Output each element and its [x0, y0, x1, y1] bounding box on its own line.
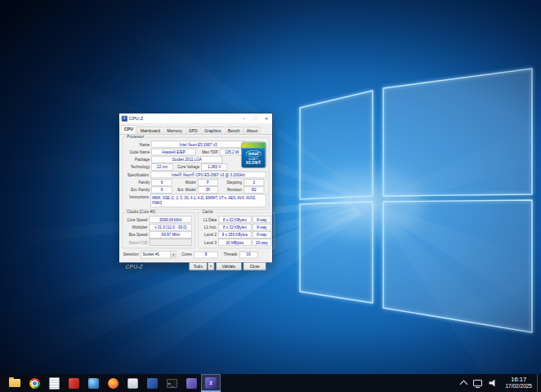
- bus-speed-label: Bus Speed: [125, 233, 149, 237]
- tray-network[interactable]: [470, 374, 485, 392]
- badge-body: intel Inside™ XEON®: [242, 148, 266, 167]
- tab-about[interactable]: About: [244, 127, 261, 134]
- blue-app-2-icon: [147, 378, 158, 389]
- clocks-group-title: Clocks (Core #0): [125, 210, 157, 214]
- core-voltage-label: Core Voltage: [173, 165, 202, 169]
- terminal-icon: >_: [167, 379, 177, 388]
- tray-volume[interactable]: [485, 374, 500, 392]
- socket-selection-dropdown[interactable]: Socket #1 ▼: [141, 251, 177, 258]
- speaker-icon: [489, 380, 497, 387]
- bus-speed-field: 99.97 MHz: [150, 231, 192, 238]
- instructions-field: MMX, SSE (1, 2, 3, 3S, 4.1, 4.2), EM64T,…: [150, 194, 266, 207]
- cpuz-window: Z CPU-Z – ☐ ✕ CPU Mainboard Memory SPD G…: [119, 114, 272, 262]
- tab-mainboard[interactable]: Mainboard: [137, 127, 163, 134]
- family-label: Family: [125, 180, 151, 185]
- badge-xeon-text: XEON®: [246, 161, 262, 165]
- ext-model-field: 3F: [198, 186, 218, 193]
- processor-group: Processor intel Inside™ XEON® Name Intel…: [123, 137, 270, 210]
- revision-field: R2: [244, 186, 264, 193]
- ext-family-field: 6: [152, 186, 172, 193]
- l2-label: Level 2: [201, 233, 219, 237]
- cpuz-icon: Z: [205, 377, 217, 389]
- tab-bar: CPU Mainboard Memory SPD Graphics Bench …: [119, 124, 272, 135]
- core-voltage-field: 1.283 V: [201, 163, 227, 170]
- taskbar-blue-app-2-button[interactable]: [142, 374, 162, 392]
- specification-field: Intel® Xeon® CPU E5-2667 v3 @ 3.20GHz: [150, 172, 266, 178]
- ext-family-label: Ext. Family: [125, 188, 151, 192]
- maximize-button: ☐: [249, 114, 261, 123]
- taskbar-firefox-button[interactable]: [103, 374, 123, 392]
- ext-model-label: Ext. Model: [172, 188, 198, 192]
- specification-label: Specification: [125, 172, 150, 176]
- code-name-field: Haswell-E/EP: [152, 149, 196, 155]
- technology-field: 22 nm: [152, 163, 173, 170]
- instructions-label: Instructions: [125, 194, 150, 199]
- max-tdp-label: Max TDP: [196, 149, 220, 154]
- cores-label: Cores: [181, 252, 194, 256]
- taskbar-chrome-button[interactable]: [25, 374, 44, 392]
- tab-spd[interactable]: SPD: [186, 127, 200, 134]
- cpu-name-field: Intel Xeon E5 2667 v3: [152, 140, 245, 147]
- cores-field: 8: [194, 252, 218, 258]
- tools-button[interactable]: Tools: [189, 262, 207, 270]
- cache-group: Cache L1 Data 8 x 32 KBytes 8-way L1 Ins…: [198, 212, 275, 248]
- windows-logo-pane-bottom-left: [300, 202, 373, 303]
- validate-button[interactable]: Validate: [216, 262, 242, 270]
- tab-cpu[interactable]: CPU: [121, 125, 136, 134]
- firefox-icon: [108, 378, 118, 389]
- code-name-label: Code Name: [125, 149, 151, 154]
- chevron-down-icon: ▼: [170, 252, 176, 258]
- l1-data-label: L1 Data: [201, 217, 219, 221]
- l1-data-way-field: 8-way: [253, 216, 271, 223]
- l3-label: Level 3: [201, 240, 219, 244]
- taskbar-terminal-button[interactable]: >_: [162, 374, 181, 392]
- title-bar[interactable]: Z CPU-Z – ☐ ✕: [119, 114, 272, 124]
- stepping-field: 2: [244, 179, 264, 185]
- notepad-icon: [49, 377, 60, 390]
- clocks-group: Clocks (Core #0) Core Speed 3099.09 MHz …: [123, 212, 195, 248]
- taskbar-cpuz-button[interactable]: Z: [201, 374, 221, 392]
- close-window-button[interactable]: Close: [244, 262, 266, 270]
- tools-dropdown-button[interactable]: ▼: [208, 262, 214, 270]
- show-desktop-button[interactable]: [537, 374, 541, 392]
- stepping-label: Stepping: [218, 180, 244, 185]
- threads-label: Threads: [223, 252, 239, 256]
- l1-data-field: 8 x 32 KBytes: [218, 216, 251, 223]
- taskbar-grey-app-button[interactable]: [123, 374, 142, 392]
- tab-bench[interactable]: Bench: [225, 127, 243, 134]
- technology-label: Technology: [125, 165, 151, 169]
- tab-memory[interactable]: Memory: [164, 127, 186, 134]
- max-tdp-field: 135.2 W: [220, 149, 244, 155]
- l1-inst-label: L1 Inst.: [201, 225, 219, 229]
- tab-graphics[interactable]: Graphics: [201, 127, 224, 134]
- taskbar-file-explorer-button[interactable]: [5, 374, 25, 392]
- l1-inst-field: 8 x 32 KBytes: [218, 224, 251, 230]
- intel-xeon-inside-badge: intel Inside™ XEON®: [241, 142, 266, 168]
- model-label: Model: [172, 180, 198, 185]
- version-text: Ver. 1.91.0.x64: [145, 265, 190, 269]
- system-tray: 16:17 17/02/2025: [458, 374, 541, 392]
- close-button[interactable]: ✕: [261, 114, 272, 123]
- cpuz-brand-logo: CPU-Z: [125, 263, 142, 270]
- minimize-button[interactable]: –: [238, 114, 249, 123]
- taskbar-clock[interactable]: 16:17 17/02/2025: [500, 376, 537, 390]
- l3-way-field: 20-way: [253, 239, 271, 246]
- multiplier-field: x 31.0 (12.0 - 36.0): [150, 224, 192, 230]
- socket-selection-value: Socket #1: [141, 252, 171, 256]
- multiplier-label: Multiplier: [125, 225, 149, 229]
- revision-label: Revision: [218, 188, 244, 192]
- badge-top-stripe: [242, 142, 266, 148]
- taskbar-blue-app-button[interactable]: [83, 374, 103, 392]
- badge-inside-text: Inside™: [248, 158, 258, 160]
- taskbar-red-app-button[interactable]: [64, 374, 83, 392]
- name-label: Name: [125, 142, 151, 146]
- taskbar-violet-app-button[interactable]: [181, 374, 201, 392]
- violet-app-icon: [186, 378, 197, 389]
- window-title: CPU-Z: [129, 116, 238, 122]
- chrome-icon: [29, 378, 40, 389]
- package-field: Socket 2011 LGA: [152, 156, 223, 163]
- taskbar-notepad-button[interactable]: [44, 374, 64, 392]
- tray-show-hidden-icons[interactable]: [458, 374, 470, 392]
- windows-logo-pane-top-left: [300, 91, 373, 199]
- l2-way-field: 8-way: [253, 231, 271, 238]
